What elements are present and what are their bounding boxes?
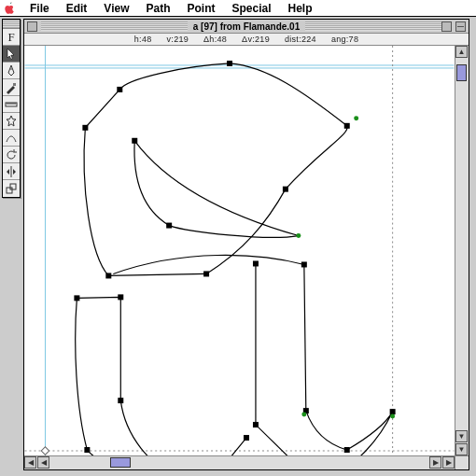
menu-view[interactable]: View bbox=[96, 1, 136, 16]
apple-menu-icon[interactable] bbox=[4, 2, 17, 15]
oncurve-point[interactable] bbox=[132, 138, 137, 144]
svg-rect-4 bbox=[10, 184, 16, 189]
info-h: h:48 bbox=[134, 35, 152, 44]
tool-palette[interactable]: F bbox=[2, 19, 21, 198]
oncurve-point[interactable] bbox=[283, 187, 288, 192]
menu-special[interactable]: Special bbox=[225, 1, 279, 16]
info-v: v:219 bbox=[167, 35, 189, 44]
offcurve-point[interactable] bbox=[354, 116, 358, 120]
scroll-down-icon[interactable]: ▼ bbox=[455, 430, 468, 442]
oncurve-point[interactable] bbox=[74, 295, 79, 301]
offcurve-point[interactable] bbox=[390, 414, 395, 419]
oncurve-point[interactable] bbox=[227, 61, 232, 66]
menubar: File Edit View Path Point Special Help bbox=[0, 0, 476, 17]
draw-tool-icon[interactable] bbox=[3, 130, 20, 147]
oncurve-point[interactable] bbox=[82, 125, 88, 131]
hscroll-thumb[interactable] bbox=[110, 457, 131, 468]
oncurve-point[interactable] bbox=[253, 422, 259, 427]
oncurve-point[interactable] bbox=[203, 271, 209, 276]
oncurve-point[interactable] bbox=[301, 261, 307, 267]
scroll-right-icon[interactable]: ▶ bbox=[429, 456, 441, 469]
menu-point[interactable]: Point bbox=[180, 1, 223, 16]
oncurve-point[interactable] bbox=[253, 260, 259, 266]
glyph-window: a [97] from Flamande.01 h:48 v:219 Δh:48… bbox=[23, 19, 469, 470]
oncurve-point[interactable] bbox=[105, 273, 111, 278]
knife-tool-icon[interactable] bbox=[3, 79, 20, 96]
work-area: ▲ ▼ ▼ ◀ ◀ ▶ ▶ bbox=[24, 46, 469, 469]
scroll-down2-icon[interactable]: ▼ bbox=[455, 443, 468, 455]
svg-rect-10 bbox=[41, 447, 49, 455]
glyph-drawing bbox=[24, 46, 455, 455]
desktop: F a [97] fro bbox=[0, 17, 476, 476]
info-dv: Δv:219 bbox=[242, 35, 270, 44]
svg-rect-3 bbox=[7, 188, 12, 193]
offcurve-point[interactable] bbox=[301, 413, 306, 417]
zoom-box-icon[interactable] bbox=[441, 21, 452, 32]
info-strip: h:48 v:219 Δh:48 Δv:219 dist:224 ang:78 bbox=[24, 34, 469, 46]
vertical-scrollbar[interactable]: ▲ ▼ ▼ bbox=[455, 46, 469, 455]
oncurve-point[interactable] bbox=[244, 435, 249, 441]
pointer-tool-icon[interactable] bbox=[3, 46, 20, 63]
svg-point-0 bbox=[10, 68, 12, 70]
oncurve-point[interactable] bbox=[84, 447, 90, 453]
info-dist: dist:224 bbox=[285, 35, 316, 44]
menu-edit[interactable]: Edit bbox=[59, 1, 95, 16]
measure-tool-icon[interactable] bbox=[3, 96, 20, 113]
menu-help[interactable]: Help bbox=[281, 1, 320, 16]
oncurve-point[interactable] bbox=[390, 409, 396, 414]
info-dh: Δh:48 bbox=[203, 35, 227, 44]
scale-tool-icon[interactable] bbox=[3, 180, 20, 197]
offcurve-point[interactable] bbox=[296, 233, 301, 238]
oncurve-point[interactable] bbox=[117, 87, 122, 92]
svg-rect-1 bbox=[13, 83, 16, 86]
close-box-icon[interactable] bbox=[27, 21, 37, 32]
menu-file[interactable]: File bbox=[22, 1, 57, 16]
scroll-up-icon[interactable]: ▲ bbox=[455, 46, 468, 58]
scroll-right2-icon[interactable]: ▶ bbox=[442, 456, 455, 469]
glyph-tool-icon[interactable]: F bbox=[3, 29, 20, 46]
window-titlebar[interactable]: a [97] from Flamande.01 bbox=[24, 20, 469, 34]
rotate-tool-icon[interactable] bbox=[3, 147, 20, 163]
grow-box-icon[interactable] bbox=[455, 455, 469, 469]
oncurve-point[interactable] bbox=[166, 223, 172, 229]
reflect-tool-icon[interactable] bbox=[3, 163, 20, 180]
vscroll-thumb[interactable] bbox=[456, 64, 467, 81]
scroll-left2-icon[interactable]: ◀ bbox=[37, 456, 49, 469]
oncurve-point[interactable] bbox=[344, 447, 350, 453]
palette-dragbar[interactable] bbox=[3, 20, 20, 29]
collapse-box-icon[interactable] bbox=[455, 21, 466, 32]
pen-tool-icon[interactable] bbox=[3, 63, 20, 79]
horizontal-scrollbar[interactable]: ◀ ◀ ▶ ▶ bbox=[24, 455, 455, 469]
oncurve-point[interactable] bbox=[118, 398, 123, 403]
info-ang: ang:78 bbox=[331, 35, 358, 44]
oncurve-point[interactable] bbox=[344, 123, 350, 129]
scroll-left-icon[interactable]: ◀ bbox=[24, 456, 36, 469]
menu-path[interactable]: Path bbox=[138, 1, 177, 16]
window-title: a [97] from Flamande.01 bbox=[188, 21, 305, 32]
star-tool-icon[interactable] bbox=[3, 113, 20, 130]
oncurve-point[interactable] bbox=[118, 294, 123, 300]
glyph-canvas[interactable] bbox=[24, 46, 455, 455]
